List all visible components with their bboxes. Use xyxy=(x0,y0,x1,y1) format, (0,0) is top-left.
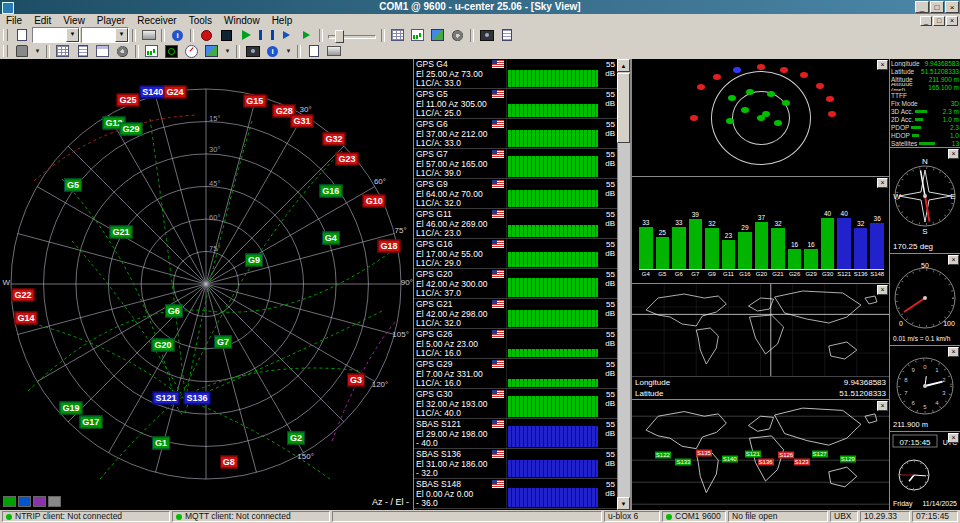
satellite-row[interactable]: SBAS S136El 31.00 Az 186.00- 32.055dB xyxy=(414,449,617,479)
satellite-row[interactable]: GPS G16El 17.00 Az 55.00L1C/A: 29.055dB xyxy=(414,239,617,269)
satellite-marker-G6[interactable]: G6 xyxy=(165,304,183,317)
messages-table-button[interactable] xyxy=(93,44,112,59)
satellite-marker-G2[interactable]: G2 xyxy=(287,432,305,445)
configuration-view-button[interactable] xyxy=(448,28,467,43)
fast-forward-button[interactable] xyxy=(297,28,316,43)
file-database-button[interactable] xyxy=(304,44,323,59)
mini-sky-view-panel[interactable]: × xyxy=(632,59,889,176)
satellite-row[interactable]: SBAS S148El 0.00 Az 0.00- 36.055dB xyxy=(414,479,617,509)
stop-button[interactable] xyxy=(217,28,236,43)
new-log-button[interactable] xyxy=(12,28,31,43)
satellite-marker-G1[interactable]: G1 xyxy=(152,437,170,450)
satellite-marker-G15[interactable]: G15 xyxy=(243,94,266,107)
satellite-marker-G14[interactable]: G14 xyxy=(15,312,38,325)
message-console-button[interactable] xyxy=(73,44,92,59)
combo-arrow-icon[interactable]: ▼ xyxy=(66,28,79,42)
connect-dropdown[interactable]: ▼ xyxy=(32,44,43,59)
speed-gauge-panel[interactable]: 0 50 100 0.01 m/s = 0.1 km/h × xyxy=(890,254,960,345)
sky-trails-button[interactable] xyxy=(33,496,46,507)
sbas-map-panel[interactable]: S122S133S135S140S121S136S126S123S127S129… xyxy=(632,400,889,510)
satellite-row[interactable]: GPS G26El 5.00 Az 23.00L1C/A: 16.055dB xyxy=(414,329,617,359)
sky-view-panel[interactable]: 30°60°75°90°105°120°150°W15°30°45°60°75°… xyxy=(0,59,413,510)
satellite-row[interactable]: GPS G29El 7.00 Az 331.00L1C/A: 16.055dB xyxy=(414,359,617,389)
compass-panel[interactable]: N E S W 170.25 deg × xyxy=(890,148,960,253)
print-button[interactable] xyxy=(139,28,158,43)
mdi-minimize-button[interactable]: _ xyxy=(920,16,932,26)
restore-button[interactable]: □ xyxy=(930,1,944,13)
sky-zoom-button[interactable] xyxy=(3,496,16,507)
scroll-up-arrow-icon[interactable]: ▲ xyxy=(617,59,630,72)
satellite-row[interactable]: SBAS S121El 29.00 Az 198.00- 40.055dB xyxy=(414,419,617,449)
close-panel-button[interactable]: × xyxy=(877,285,888,295)
menu-view[interactable]: View xyxy=(57,14,91,27)
about-button[interactable] xyxy=(168,28,187,43)
satellite-row[interactable]: GPS G4El 25.00 Az 73.00L1C/A: 33.055dB xyxy=(414,59,617,89)
altimeter-panel[interactable]: 0 1 2 3 4 5 6 7 8 9 211.900 m × xyxy=(890,346,960,431)
satellite-marker-G19[interactable]: G19 xyxy=(60,402,83,415)
satellite-row[interactable]: GPS G11El 46.00 Az 269.00L1C/A: 23.055dB xyxy=(414,209,617,239)
menu-receiver[interactable]: Receiver xyxy=(131,14,182,27)
clock-panel[interactable]: 07:15:45 UTC Friday 11/14/2025 × xyxy=(890,432,960,510)
satellite-marker-G23[interactable]: G23 xyxy=(335,152,358,165)
baud-combo[interactable]: ▼ xyxy=(81,27,129,43)
satellite-marker-G9[interactable]: G9 xyxy=(245,253,263,266)
tools-dropdown[interactable]: ▼ xyxy=(283,44,294,59)
satellite-marker-G5[interactable]: G5 xyxy=(64,178,82,191)
camera-view-button[interactable] xyxy=(243,44,262,59)
menu-window[interactable]: Window xyxy=(218,14,266,27)
satellite-row[interactable]: GPS G21El 42.00 Az 298.00L1C/A: 32.055dB xyxy=(414,299,617,329)
connect-button[interactable] xyxy=(12,44,31,59)
satellite-marker-S121[interactable]: S121 xyxy=(153,392,180,405)
satellite-marker-G22[interactable]: G22 xyxy=(12,289,35,302)
satellite-row[interactable]: GPS G30El 32.00 Az 193.00L1C/A: 40.055dB xyxy=(414,389,617,419)
menu-tools[interactable]: Tools xyxy=(183,14,218,27)
scrollbar-thumb[interactable] xyxy=(617,73,630,143)
minimize-button[interactable]: _ xyxy=(915,1,929,13)
position-map-panel[interactable]: Longitude9.94368583Latitude51.51208333 × xyxy=(632,284,889,399)
mdi-restore-button[interactable]: □ xyxy=(933,16,945,26)
satellite-level-list[interactable]: GPS G4El 25.00 Az 73.00L1C/A: 33.055dBGP… xyxy=(414,59,617,510)
views-dropdown[interactable]: ▼ xyxy=(222,44,233,59)
menu-edit[interactable]: Edit xyxy=(28,14,57,27)
print-preview-button[interactable] xyxy=(324,44,343,59)
close-panel-button[interactable]: × xyxy=(948,433,959,443)
satellite-marker-G8[interactable]: G8 xyxy=(220,456,238,469)
pause-button[interactable] xyxy=(257,28,276,43)
close-panel-button[interactable]: × xyxy=(877,60,888,70)
slider-thumb[interactable] xyxy=(335,30,344,43)
satellite-marker-G29[interactable]: G29 xyxy=(119,122,142,135)
messages-view-button[interactable] xyxy=(388,28,407,43)
satellite-marker-G25[interactable]: G25 xyxy=(117,93,140,106)
port-combo[interactable]: ▼ xyxy=(32,27,80,43)
play-speed-slider[interactable] xyxy=(326,29,378,42)
sky-view-button[interactable] xyxy=(162,44,181,59)
toolbar-grip[interactable] xyxy=(3,29,8,41)
satellite-row[interactable]: GPS G5El 11.00 Az 305.00L1C/A: 25.055dB xyxy=(414,89,617,119)
satellite-row[interactable]: GPS G9El 64.00 Az 70.00L1C/A: 32.055dB xyxy=(414,179,617,209)
satellite-marker-G20[interactable]: G20 xyxy=(152,339,175,352)
statistics-button[interactable] xyxy=(263,44,282,59)
toolbar-grip[interactable] xyxy=(3,45,8,57)
menu-file[interactable]: File xyxy=(0,14,28,27)
map-button[interactable] xyxy=(202,44,221,59)
menu-help[interactable]: Help xyxy=(266,14,299,27)
satellite-marker-G4[interactable]: G4 xyxy=(322,232,340,245)
menu-player[interactable]: Player xyxy=(91,14,131,27)
satellite-marker-G7[interactable]: G7 xyxy=(214,336,232,349)
satellite-marker-G31[interactable]: G31 xyxy=(290,114,313,127)
close-panel-button[interactable]: × xyxy=(948,347,959,357)
satellite-marker-G10[interactable]: G10 xyxy=(363,194,386,207)
graph-view-button[interactable] xyxy=(408,28,427,43)
configure-button[interactable] xyxy=(113,44,132,59)
step-forward-button[interactable] xyxy=(277,28,296,43)
satellite-row[interactable]: GPS G6El 37.00 Az 212.00L1C/A: 33.055dB xyxy=(414,119,617,149)
satellite-marker-S140[interactable]: S140 xyxy=(139,85,166,98)
signal-level-chart-panel[interactable]: 33G425G533G639G732G923G1129G1637G2032G21… xyxy=(632,177,889,283)
close-panel-button[interactable]: × xyxy=(877,401,888,411)
satellite-marker-S136[interactable]: S136 xyxy=(183,392,210,405)
close-button[interactable]: × xyxy=(945,1,959,13)
satellite-row[interactable]: GPS G20El 42.00 Az 300.00L1C/A: 37.055dB xyxy=(414,269,617,299)
navigation-data-panel[interactable]: Longitude9.94368583Latitude51.51208333Al… xyxy=(890,59,960,147)
satellite-row[interactable]: GPS G7El 57.00 Az 165.00L1C/A: 39.055dB xyxy=(414,149,617,179)
satellite-marker-G17[interactable]: G17 xyxy=(79,416,102,429)
